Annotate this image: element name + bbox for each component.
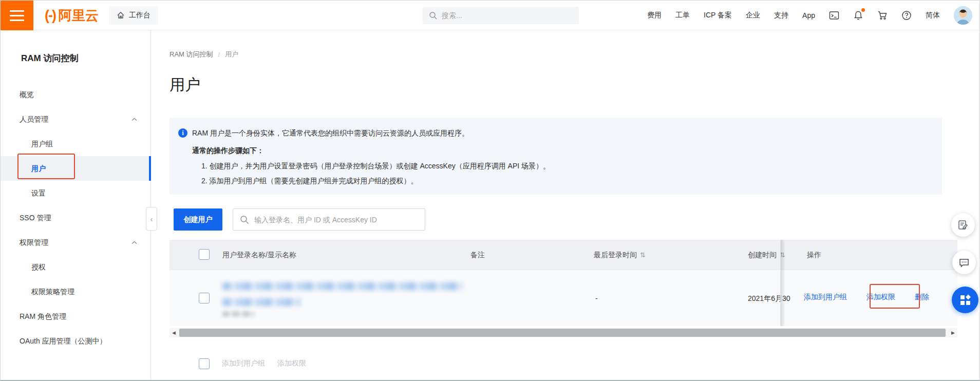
delete-user-link[interactable]: 删除 — [915, 293, 929, 302]
sort-icon[interactable]: ⇅ — [780, 240, 785, 270]
locale-switcher[interactable]: 简体 — [926, 11, 940, 20]
sidebar-item-sso[interactable]: SSO 管理 — [1, 205, 150, 230]
col-header-remark: 备注 — [470, 240, 485, 270]
main-content: RAM 访问控制 / 用户 用户 i RAM 用户是一个身份实体，它通常代表您的… — [151, 30, 979, 380]
sidebar-item-grants[interactable]: 授权 — [1, 255, 150, 279]
chevron-left-icon: ‹ — [150, 215, 153, 223]
navbar-right-group: 费用 工单 ICP 备案 企业 支持 App — [647, 1, 972, 30]
breadcrumb-current: 用户 — [225, 50, 238, 59]
batch-select-checkbox[interactable] — [199, 358, 210, 369]
sidebar-item-ram-roles[interactable]: RAM 角色管理 — [1, 304, 150, 329]
scroll-right-arrow[interactable]: ▶ — [949, 328, 957, 337]
aliyun-logo[interactable]: (-) 阿里云 — [45, 1, 99, 30]
chevron-up-icon — [131, 241, 137, 244]
create-user-button[interactable]: 创建用户 — [174, 208, 222, 231]
nav-link-enterprise[interactable]: 企业 — [746, 11, 760, 20]
info-step-1: 1. 创建用户，并为用户设置登录密码（用户登录控制台场景）或创建 AccessK… — [201, 161, 930, 171]
cell-last-login: - — [595, 293, 598, 303]
sidebar-item-settings[interactable]: 设置 — [1, 181, 150, 205]
workbench-button[interactable]: 工作台 — [109, 6, 158, 25]
sidebar-item-user-groups[interactable]: 用户组 — [1, 131, 150, 156]
breadcrumb-root[interactable]: RAM 访问控制 — [169, 50, 213, 59]
console-widget-button[interactable] — [952, 287, 978, 313]
table-row: - 2021年6月30 添加到用户组 添加权限 删除 — [169, 270, 957, 326]
info-steps-title: 通常的操作步骤如下： — [192, 145, 930, 156]
sidebar-item-permissions[interactable]: 权限管理 — [1, 230, 150, 255]
nav-link-support[interactable]: 支持 — [774, 11, 788, 20]
info-step-2: 2. 添加用户到用户组（需要先创建用户组并完成对用户组的授权）。 — [201, 176, 930, 186]
chat-support-button[interactable] — [952, 251, 976, 274]
home-icon — [117, 11, 125, 20]
sidebar-item-policies[interactable]: 权限策略管理 — [1, 279, 150, 304]
sidebar-title: RAM 访问控制 — [21, 52, 78, 64]
aliyun-logo-text: 阿里云 — [59, 7, 99, 25]
batch-action-bar: 添加到用户组 添加权限 — [199, 358, 306, 369]
redacted-login-name-line2[interactable] — [222, 298, 300, 306]
user-search-box — [233, 208, 425, 231]
search-icon — [429, 11, 438, 20]
global-search-input[interactable] — [442, 11, 573, 20]
bell-icon[interactable] — [853, 10, 863, 21]
batch-add-to-group[interactable]: 添加到用户组 — [222, 359, 265, 368]
breadcrumb: RAM 访问控制 / 用户 — [169, 50, 238, 59]
sidebar-item-overview[interactable]: 概览 — [1, 82, 150, 107]
global-search-box — [423, 7, 579, 24]
sidebar: RAM 访问控制 概览 人员管理 用户组 用户 设置 SSO 管理 权限管理 授… — [1, 30, 151, 380]
sidebar-item-identities[interactable]: 人员管理 — [1, 107, 150, 131]
help-icon[interactable] — [901, 10, 912, 21]
horizontal-scrollbar: ◀ ▶ — [169, 328, 957, 337]
ram-console-users-page: { "navbar": { "brand": "阿里云", "workbench… — [0, 0, 980, 381]
aliyun-logo-icon: (-) — [45, 8, 55, 24]
nav-link-billing[interactable]: 费用 — [647, 11, 662, 20]
nav-link-tickets[interactable]: 工单 — [675, 11, 690, 20]
sidebar-collapse-toggle[interactable]: ‹ — [146, 207, 157, 231]
nav-link-icp[interactable]: ICP 备案 — [704, 11, 732, 20]
survey-icon — [957, 219, 969, 231]
chat-bubble-icon — [958, 257, 970, 268]
scroll-left-arrow[interactable]: ◀ — [169, 328, 178, 337]
workbench-label: 工作台 — [129, 11, 150, 20]
info-banner-text: RAM 用户是一个身份实体，它通常代表您的组织中需要访问云资源的人员或应用程序。 — [192, 128, 930, 138]
top-navbar: (-) 阿里云 工作台 费用 工单 ICP 备案 企业 支持 App — [1, 1, 979, 30]
col-header-actions: 操作 — [807, 240, 821, 270]
sort-icon[interactable]: ⇅ — [640, 240, 646, 270]
cell-created-time: 2021年6月30 — [748, 293, 797, 303]
terminal-icon[interactable] — [829, 10, 839, 21]
add-to-group-link[interactable]: 添加到用户组 — [804, 293, 847, 302]
survey-feedback-button[interactable] — [951, 213, 975, 237]
row-actions: 添加到用户组 添加权限 删除 — [804, 293, 929, 302]
chevron-up-icon — [131, 118, 137, 121]
sidebar-nav: 概览 人员管理 用户组 用户 设置 SSO 管理 权限管理 授权 权限策略管理 … — [1, 82, 150, 353]
table-header-row: 用户登录名称/显示名称 备注 最后登录时间⇅ 创建时间⇅ 操作 — [169, 240, 957, 270]
breadcrumb-separator: / — [218, 51, 220, 59]
col-header-last-login: 最后登录时间⇅ — [594, 240, 646, 270]
col-header-login-name: 用户登录名称/显示名称 — [222, 240, 296, 270]
info-icon: i — [178, 128, 187, 138]
row-checkbox[interactable] — [199, 293, 210, 303]
redacted-login-name[interactable] — [222, 282, 463, 290]
notification-dot — [861, 8, 865, 12]
search-icon — [240, 215, 249, 224]
user-search-input[interactable] — [254, 216, 418, 224]
products-menu-button[interactable] — [1, 1, 33, 30]
account-avatar[interactable] — [954, 6, 972, 25]
info-banner: i RAM 用户是一个身份实体，它通常代表您的组织中需要访问云资源的人员或应用程… — [169, 118, 942, 195]
sidebar-item-users[interactable]: 用户 — [1, 156, 150, 181]
cart-icon[interactable] — [877, 10, 888, 21]
widget-grid-icon — [959, 294, 971, 306]
select-all-checkbox[interactable] — [199, 249, 210, 260]
batch-add-permissions[interactable]: 添加权限 — [277, 359, 306, 368]
nav-link-app[interactable]: App — [802, 11, 815, 20]
redacted-display-name — [222, 311, 254, 317]
scrollbar-thumb[interactable] — [179, 329, 946, 337]
page-title: 用户 — [169, 74, 200, 96]
scrollbar-track[interactable] — [178, 328, 949, 337]
add-permissions-link[interactable]: 添加权限 — [866, 293, 895, 302]
sidebar-item-oauth-apps[interactable]: OAuth 应用管理（公测中） — [1, 329, 150, 353]
col-header-created: 创建时间⇅ — [748, 240, 785, 270]
